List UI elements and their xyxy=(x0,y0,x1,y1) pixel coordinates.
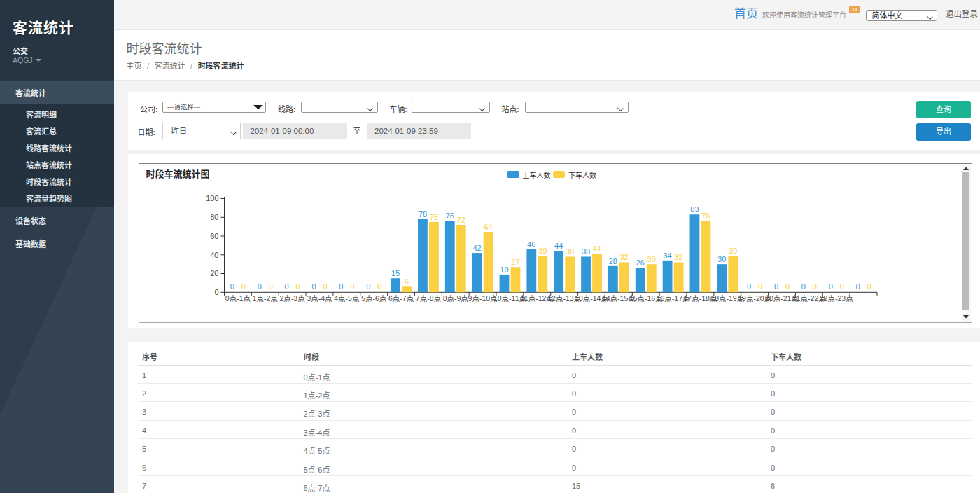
svg-text:75: 75 xyxy=(429,213,438,221)
svg-text:39: 39 xyxy=(729,246,737,255)
svg-text:20: 20 xyxy=(210,269,218,277)
svg-text:22点-23点: 22点-23点 xyxy=(819,294,853,303)
svg-text:32: 32 xyxy=(674,253,682,261)
svg-text:60: 60 xyxy=(210,232,218,240)
svg-text:0: 0 xyxy=(828,282,832,291)
svg-text:3点-4点: 3点-4点 xyxy=(307,294,332,303)
svg-text:0: 0 xyxy=(747,282,751,291)
svg-text:38: 38 xyxy=(566,247,574,256)
svg-text:0: 0 xyxy=(366,282,370,291)
svg-text:8点-9点: 8点-9点 xyxy=(442,294,468,303)
svg-text:26: 26 xyxy=(636,258,644,267)
svg-text:72: 72 xyxy=(456,216,465,224)
svg-text:40: 40 xyxy=(210,251,218,259)
svg-text:5点-6点: 5点-6点 xyxy=(361,294,386,303)
svg-text:2点-3点: 2点-3点 xyxy=(279,294,304,303)
svg-text:46: 46 xyxy=(527,240,536,249)
svg-text:0: 0 xyxy=(257,282,261,291)
svg-text:0: 0 xyxy=(812,282,816,291)
svg-text:4点-5点: 4点-5点 xyxy=(334,294,359,303)
svg-text:0: 0 xyxy=(801,282,805,291)
svg-text:0: 0 xyxy=(785,282,789,291)
svg-text:64: 64 xyxy=(484,223,492,231)
svg-text:30: 30 xyxy=(647,255,655,263)
svg-text:0: 0 xyxy=(339,282,343,291)
svg-text:0点-1点: 0点-1点 xyxy=(225,294,250,303)
svg-text:0: 0 xyxy=(284,282,288,291)
svg-text:100: 100 xyxy=(206,194,218,202)
svg-text:0: 0 xyxy=(855,282,860,291)
svg-text:78: 78 xyxy=(418,210,426,218)
svg-text:6点-7点: 6点-7点 xyxy=(388,294,413,303)
svg-text:76: 76 xyxy=(701,211,710,220)
svg-text:38: 38 xyxy=(581,247,589,256)
svg-text:0: 0 xyxy=(867,282,871,291)
svg-text:80: 80 xyxy=(210,213,218,221)
svg-text:0: 0 xyxy=(241,282,245,291)
svg-text:0: 0 xyxy=(295,282,300,291)
svg-text:19: 19 xyxy=(500,265,508,274)
svg-text:1点-2点: 1点-2点 xyxy=(252,294,277,303)
svg-text:0: 0 xyxy=(230,282,234,291)
svg-text:7点-8点: 7点-8点 xyxy=(415,294,440,303)
svg-text:0: 0 xyxy=(758,282,762,291)
svg-text:76: 76 xyxy=(445,211,454,220)
svg-text:0: 0 xyxy=(839,282,844,291)
svg-text:0: 0 xyxy=(312,282,316,291)
svg-text:0: 0 xyxy=(350,282,354,291)
svg-text:44: 44 xyxy=(554,242,563,250)
svg-text:6: 6 xyxy=(404,277,408,286)
svg-text:27: 27 xyxy=(511,258,519,266)
svg-text:0: 0 xyxy=(774,282,778,291)
svg-text:0: 0 xyxy=(268,282,272,291)
svg-text:39: 39 xyxy=(538,246,547,255)
svg-text:15: 15 xyxy=(391,269,399,277)
svg-text:42: 42 xyxy=(472,244,481,252)
svg-text:41: 41 xyxy=(592,244,601,253)
svg-text:32: 32 xyxy=(620,253,628,261)
svg-text:0: 0 xyxy=(323,282,327,291)
svg-text:30: 30 xyxy=(718,255,726,263)
svg-text:83: 83 xyxy=(690,205,699,214)
svg-text:0: 0 xyxy=(214,288,218,296)
svg-text:0: 0 xyxy=(377,282,382,291)
svg-text:28: 28 xyxy=(608,257,617,265)
svg-text:34: 34 xyxy=(663,251,671,260)
